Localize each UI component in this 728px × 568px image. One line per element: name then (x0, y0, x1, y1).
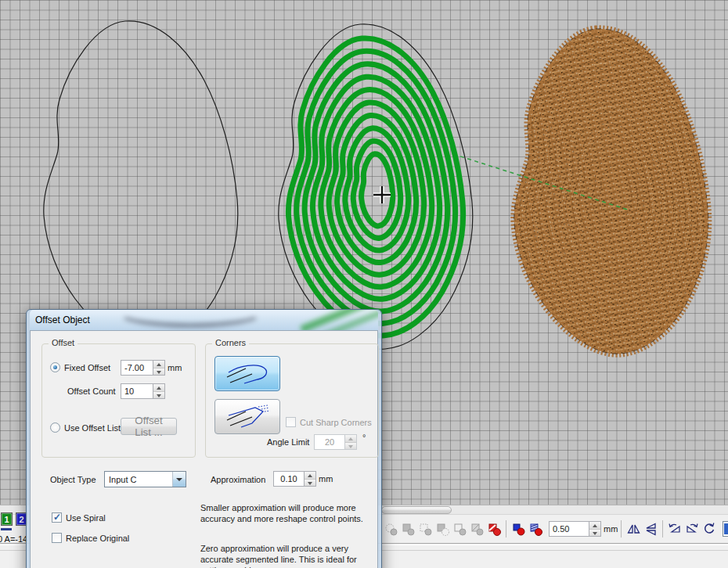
fixed-offset-radio[interactable] (50, 362, 60, 372)
rotate-left-icon[interactable] (666, 519, 683, 538)
offset-list-button[interactable]: Offset List ... (121, 418, 177, 435)
offset-distance-unit: mm (604, 524, 618, 534)
rotate-angle-input[interactable] (723, 521, 728, 537)
angle-limit-unit: ° (362, 433, 366, 442)
shape-op-3-icon[interactable] (416, 519, 434, 538)
corners-group-label: Corners (212, 338, 249, 347)
palette-selection-underline (1, 528, 12, 530)
fixed-offset-input[interactable]: -7.00 (121, 360, 153, 376)
offset-object-dialog: Offset Object Offset Fixed Offset -7.00 … (26, 309, 382, 568)
round-corners-button[interactable] (214, 356, 280, 391)
stitched-egg[interactable] (514, 29, 708, 354)
toolbar-separator (662, 520, 663, 537)
shape-op-4-icon[interactable] (434, 519, 451, 538)
zero-approximation-help-text: Zero approximation will produce a very a… (200, 543, 384, 568)
shape-op-2-icon[interactable] (399, 519, 416, 538)
outline-egg[interactable] (44, 21, 238, 346)
object-type-value: Input C (105, 475, 172, 484)
angle-limit-spinner[interactable] (345, 434, 357, 450)
offset-distance-value: 0.50 (553, 524, 569, 534)
app-window: 0.50 mm (0, 0, 728, 568)
angle-limit-label: Angle Limit (267, 437, 309, 447)
cut-sharp-corners-checkbox[interactable] (286, 417, 296, 427)
rotate-reset-icon[interactable] (701, 519, 718, 538)
offset-count-label: Offset Count (67, 386, 116, 396)
fixed-offset-label: Fixed Offset (64, 363, 110, 372)
remove-overlaps-icon[interactable] (485, 519, 503, 538)
approximation-field: 0.10 mm (273, 471, 333, 487)
use-spiral-label: Use Spiral (66, 513, 106, 523)
offset-distance-input[interactable]: 0.50 (549, 521, 589, 537)
fixed-offset-unit: mm (168, 360, 182, 376)
fixed-offset-spinner[interactable] (153, 360, 165, 376)
sharp-corners-button[interactable] (214, 399, 280, 434)
use-spiral-checkbox[interactable] (52, 512, 62, 523)
shape-op-1-icon[interactable] (382, 519, 399, 538)
offset-distance-spinner[interactable] (589, 521, 601, 537)
combine-objects-icon[interactable] (510, 519, 527, 538)
split-objects-icon[interactable] (527, 519, 544, 538)
color-palette: 1 2 (1, 512, 27, 526)
mirror-horizontal-icon[interactable] (642, 519, 659, 538)
offset-count-spinner[interactable] (153, 383, 165, 399)
chevron-down-icon[interactable] (172, 472, 186, 487)
glass-blur-egg-outline (116, 310, 265, 327)
shape-op-6-icon[interactable] (468, 519, 485, 538)
approximation-help-text: Smaller approximation will produce more … (200, 502, 384, 524)
offset-group-label: Offset (49, 338, 77, 347)
fixed-offset-field: -7.00 mm (121, 360, 182, 376)
replace-original-checkbox[interactable] (52, 533, 62, 543)
offset-spiral-egg[interactable] (279, 24, 473, 349)
use-offset-list-label: Use Offset List (64, 423, 121, 433)
dialog-titlebar[interactable]: Offset Object (30, 310, 378, 330)
angle-limit-input[interactable]: 20 (314, 434, 345, 450)
mirror-vertical-icon[interactable] (625, 519, 642, 538)
offset-count-input[interactable]: 10 (121, 383, 153, 399)
approximation-input[interactable]: 0.10 (273, 471, 305, 487)
object-type-dropdown[interactable]: Input C (104, 471, 186, 487)
palette-color-1[interactable]: 1 (1, 512, 13, 526)
object-type-label: Object Type (50, 475, 96, 484)
rotate-right-icon[interactable] (683, 519, 701, 538)
sharp-corners-icon (222, 404, 272, 430)
cut-sharp-corners-label: Cut Sharp Corners (300, 418, 372, 427)
horizontal-scrollbar-thumb[interactable] (381, 506, 452, 514)
toolbar-separator (621, 520, 622, 537)
round-corners-icon (222, 361, 272, 386)
replace-original-label: Replace Original (66, 534, 129, 543)
dialog-body: Offset Fixed Offset -7.00 mm Offset Coun… (30, 330, 378, 568)
angle-limit-field: 20 (314, 434, 357, 450)
offset-count-field: 10 (121, 383, 165, 399)
crosshair-cursor (373, 186, 391, 203)
use-offset-list-radio[interactable] (50, 422, 60, 433)
approximation-unit: mm (319, 471, 333, 487)
approximation-spinner[interactable] (305, 471, 316, 487)
toolbar-separator (506, 520, 506, 537)
status-left-text: 0 A=-14 (0, 534, 27, 544)
dialog-title: Offset Object (35, 315, 90, 325)
shape-op-5-icon[interactable] (451, 519, 468, 538)
approximation-label: Approximation (211, 475, 265, 484)
